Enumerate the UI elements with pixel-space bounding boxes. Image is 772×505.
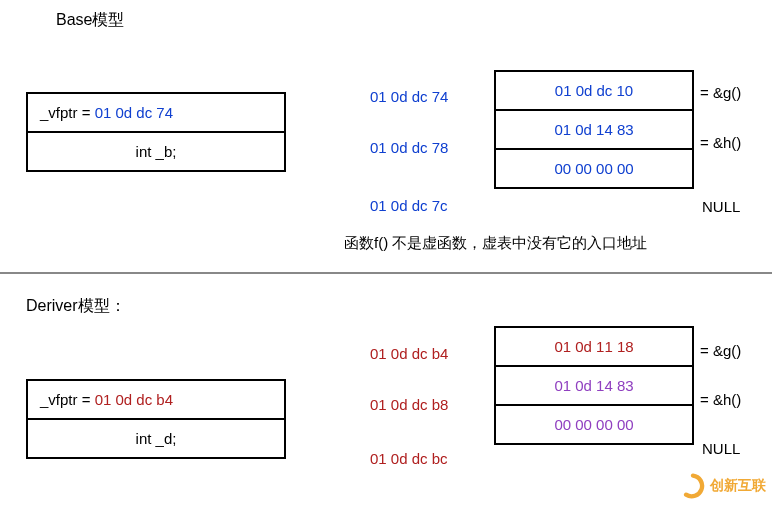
deriver-eq-1: = &h()	[700, 391, 741, 408]
vtable-row-0: 01 0d dc 10	[496, 72, 692, 111]
vtable-val-2: 00 00 00 00	[554, 416, 633, 433]
section-divider	[0, 272, 772, 274]
vtable-val-1: 01 0d 14 83	[554, 121, 633, 138]
deriver-addr-1: 01 0d dc b8	[370, 396, 448, 413]
deriver-object-box: _vfptr = 01 0d dc b4 int _d;	[26, 379, 286, 459]
vfptr-value: 01 0d dc 74	[95, 104, 173, 121]
base-eq-1: = &h()	[700, 134, 741, 151]
base-note: 函数f() 不是虚函数，虚表中没有它的入口地址	[344, 234, 647, 253]
vtable-row-0: 01 0d 11 18	[496, 328, 692, 367]
member-label: int _b;	[40, 143, 272, 160]
vtable-row-1: 01 0d 14 83	[496, 367, 692, 406]
base-vtable: 01 0d dc 10 01 0d 14 83 00 00 00 00	[494, 70, 694, 189]
watermark-logo-icon	[680, 473, 706, 499]
member-label: int _d;	[40, 430, 272, 447]
vfptr-label: _vfptr =	[40, 104, 90, 121]
deriver-addr-2: 01 0d dc bc	[370, 450, 448, 467]
base-addr-1: 01 0d dc 78	[370, 139, 448, 156]
vtable-row-2: 00 00 00 00	[496, 406, 692, 443]
base-eq-2: NULL	[702, 198, 740, 215]
watermark: 创新互联	[680, 473, 766, 499]
vtable-val-0: 01 0d 11 18	[554, 338, 633, 355]
vfptr-value: 01 0d dc b4	[95, 391, 173, 408]
base-title: Base模型	[56, 10, 124, 31]
vfptr-label: _vfptr =	[40, 391, 90, 408]
base-member-row: int _b;	[28, 133, 284, 170]
deriver-vtable: 01 0d 11 18 01 0d 14 83 00 00 00 00	[494, 326, 694, 445]
watermark-text: 创新互联	[710, 477, 766, 495]
base-object-box: _vfptr = 01 0d dc 74 int _b;	[26, 92, 286, 172]
deriver-vfptr-row: _vfptr = 01 0d dc b4	[28, 381, 284, 420]
base-vfptr-row: _vfptr = 01 0d dc 74	[28, 94, 284, 133]
deriver-addr-0: 01 0d dc b4	[370, 345, 448, 362]
deriver-member-row: int _d;	[28, 420, 284, 457]
vtable-val-0: 01 0d dc 10	[555, 82, 633, 99]
deriver-eq-0: = &g()	[700, 342, 741, 359]
vtable-row-1: 01 0d 14 83	[496, 111, 692, 150]
base-eq-0: = &g()	[700, 84, 741, 101]
deriver-eq-2: NULL	[702, 440, 740, 457]
base-addr-2: 01 0d dc 7c	[370, 197, 448, 214]
deriver-title: Deriver模型：	[26, 296, 126, 317]
vtable-row-2: 00 00 00 00	[496, 150, 692, 187]
vtable-val-2: 00 00 00 00	[554, 160, 633, 177]
vtable-val-1: 01 0d 14 83	[554, 377, 633, 394]
base-addr-0: 01 0d dc 74	[370, 88, 448, 105]
